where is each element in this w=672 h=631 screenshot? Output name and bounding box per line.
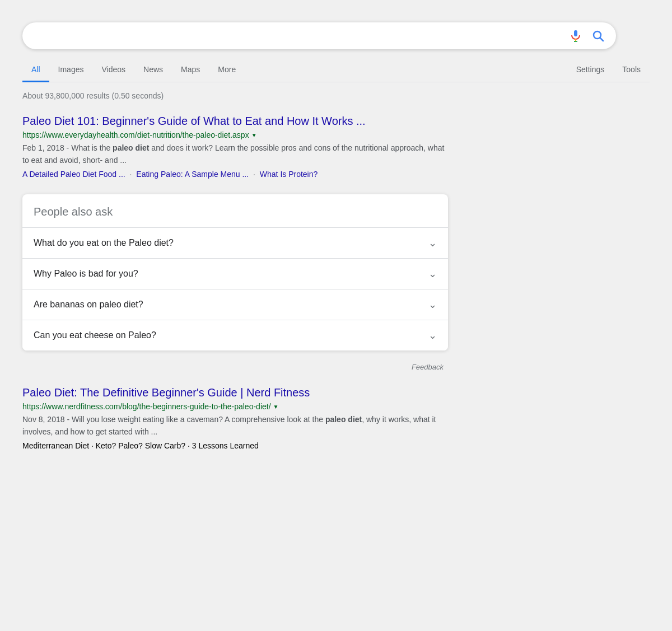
paa-item-2[interactable]: Why Paleo is bad for you? ⌄ xyxy=(22,258,448,289)
tab-all[interactable]: All xyxy=(22,58,49,82)
sitelink-dot-1: · xyxy=(130,170,132,179)
search-button[interactable] xyxy=(591,29,605,43)
snippet-1-bold: paleo diet xyxy=(113,143,149,152)
svg-line-4 xyxy=(600,38,604,41)
results-area: About 93,800,000 results (0.50 seconds) … xyxy=(22,82,448,450)
feedback-row: Feedback xyxy=(22,359,448,376)
result-1-url: https://www.everydayhealth.com/diet-nutr… xyxy=(22,130,249,139)
result-2-url-row: https://www.nerdfitness.com/blog/the-beg… xyxy=(22,402,448,411)
paa-question-1: What do you eat on the Paleo diet? xyxy=(34,238,174,248)
search-icon xyxy=(591,29,605,43)
result-1-title[interactable]: Paleo Diet 101: Beginner's Guide of What… xyxy=(22,114,448,128)
tab-settings[interactable]: Settings xyxy=(567,58,614,82)
people-also-ask: People also ask What do you eat on the P… xyxy=(22,194,448,350)
snippet-2-date: Nov 8, 2018 xyxy=(22,415,65,424)
result-1-sitelinks: A Detailed Paleo Diet Food ... · Eating … xyxy=(22,170,448,179)
mic-button[interactable] xyxy=(569,29,582,43)
paa-chevron-3: ⌄ xyxy=(428,298,437,311)
result-2-url: https://www.nerdfitness.com/blog/the-beg… xyxy=(22,402,271,411)
paa-question-3: Are bananas on paleo diet? xyxy=(34,300,143,310)
sitelink-1-3[interactable]: What Is Protein? xyxy=(260,170,318,179)
result-2-title[interactable]: Paleo Diet: The Definitive Beginner's Gu… xyxy=(22,385,448,400)
tab-maps[interactable]: Maps xyxy=(172,58,209,82)
sitelink-1-1[interactable]: A Detailed Paleo Diet Food ... xyxy=(22,170,125,179)
search-input[interactable]: paleo diet xyxy=(34,30,569,42)
paa-item-1[interactable]: What do you eat on the Paleo diet? ⌄ xyxy=(22,227,448,258)
search-result-2: Paleo Diet: The Definitive Beginner's Gu… xyxy=(22,385,448,450)
snippet-2-before: Will you lose weight eating like a cavem… xyxy=(72,415,325,424)
result-2-url-arrow: ▼ xyxy=(273,404,279,410)
result-1-url-arrow: ▼ xyxy=(251,132,257,138)
nav-tabs: All Images Videos News Maps More Setting… xyxy=(22,58,650,82)
tab-images[interactable]: Images xyxy=(49,58,93,82)
paa-title: People also ask xyxy=(22,194,448,227)
snippet-2-bold: paleo diet xyxy=(325,415,362,424)
svg-rect-0 xyxy=(574,30,577,36)
paa-item-3[interactable]: Are bananas on paleo diet? ⌄ xyxy=(22,289,448,320)
snippet-2-dash: - xyxy=(65,415,72,424)
result-2-sitelinks: Mediterranean Diet · Keto? Paleo? Slow C… xyxy=(22,441,448,450)
paa-chevron-2: ⌄ xyxy=(428,268,437,280)
sitelink-dot-2: · xyxy=(253,170,255,179)
search-bar: paleo diet xyxy=(22,22,616,49)
tab-videos[interactable]: Videos xyxy=(92,58,134,82)
paa-question-2: Why Paleo is bad for you? xyxy=(34,269,138,279)
mic-icon xyxy=(569,29,582,43)
result-2-sitelinks-text: Mediterranean Diet · Keto? Paleo? Slow C… xyxy=(22,441,259,450)
result-2-snippet: Nov 8, 2018 - Will you lose weight eatin… xyxy=(22,413,448,438)
paa-question-4: Can you eat cheese on Paleo? xyxy=(34,330,156,340)
result-1-url-row: https://www.everydayhealth.com/diet-nutr… xyxy=(22,130,448,139)
search-result-1: Paleo Diet 101: Beginner's Guide of What… xyxy=(22,114,448,179)
results-count: About 93,800,000 results (0.50 seconds) xyxy=(22,91,448,100)
snippet-1-before: What is the xyxy=(71,143,113,152)
tab-tools[interactable]: Tools xyxy=(613,58,650,82)
tab-news[interactable]: News xyxy=(134,58,172,82)
paa-item-4[interactable]: Can you eat cheese on Paleo? ⌄ xyxy=(22,320,448,350)
result-1-snippet: Feb 1, 2018 - What is the paleo diet and… xyxy=(22,142,448,166)
snippet-1-dash: - xyxy=(64,143,71,152)
tab-more[interactable]: More xyxy=(209,58,245,82)
snippet-1-date: Feb 1, 2018 xyxy=(22,143,64,152)
paa-chevron-1: ⌄ xyxy=(428,237,437,249)
paa-chevron-4: ⌄ xyxy=(428,329,437,342)
feedback-link[interactable]: Feedback xyxy=(412,363,444,371)
sitelink-1-2[interactable]: Eating Paleo: A Sample Menu ... xyxy=(136,170,249,179)
